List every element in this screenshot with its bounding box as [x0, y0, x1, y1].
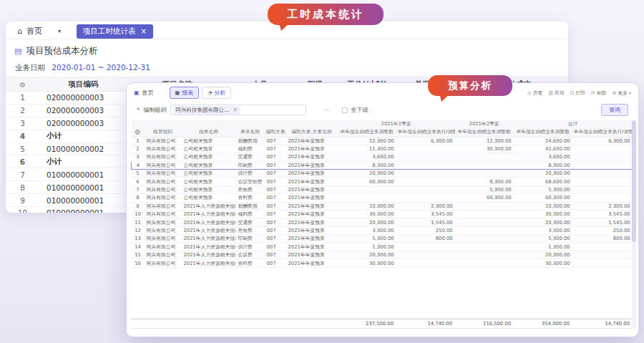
- budget-row[interactable]: 15 同兴有限公司 2021年人力资源相关报表 会议费 007 2021年年度预…: [132, 251, 633, 259]
- toolbar-item[interactable]: ◎ 查看: [527, 90, 545, 97]
- budget-row[interactable]: 7 同兴有限公司 公司相关预算 差旅费 007 2021年年度预算 5,300.…: [132, 185, 633, 193]
- q1-budget-cell: 8,300.00: [338, 161, 396, 169]
- q2-budget-cell: [455, 218, 514, 226]
- scheme-code-cell: 007: [265, 178, 286, 185]
- scheme-name-cell: 2021年年度预算: [286, 170, 338, 178]
- row-number: 7: [6, 168, 39, 181]
- total-exec-cell: 800.00: [572, 235, 633, 243]
- scheme-name-cell: 2021年年度预算: [286, 235, 338, 243]
- toolbar-item[interactable]: ⟳ 刷新: [591, 90, 608, 97]
- total-budget-cell: 1,300.00: [514, 243, 572, 251]
- org-select-input[interactable]: 同兴科技集团有限公… ×: [170, 105, 306, 115]
- row-number: 5: [6, 142, 39, 155]
- total-budget-cell: 24,600.00: [514, 137, 572, 145]
- org-cell: 同兴有限公司: [145, 226, 182, 234]
- close-icon[interactable]: ×: [141, 28, 147, 35]
- chevron-down-icon[interactable]: ▾: [58, 28, 61, 34]
- q1-exec-cell: [396, 243, 455, 251]
- row-number: 13: [132, 235, 145, 243]
- budget-row[interactable]: 14 同兴有限公司 2021年人力资源相关报表 设计费 007 2021年年度预…: [132, 243, 633, 251]
- report-cell: 2021年人力资源相关报表: [182, 259, 236, 267]
- col-q1-exec: 本年现金捐赠业务执行/调整: [396, 127, 455, 137]
- q1-budget-cell: 30,300.00: [338, 259, 396, 267]
- project-code-cell: 020000000003: [39, 92, 127, 105]
- q1-budget-cell: 10,300.00: [338, 202, 396, 210]
- date-range-value[interactable]: 2020-01-01 ~ 2020-12-31: [52, 63, 150, 72]
- row-number: 4: [132, 161, 145, 169]
- budget-row[interactable]: 12 同兴有限公司 2021年人力资源相关报表 差旅费 007 2021年年度预…: [132, 226, 633, 234]
- dialog-home-label: 首页: [142, 89, 154, 97]
- total-budget-cell: 60,300.00: [514, 194, 572, 202]
- q2-budget-cell: [455, 235, 514, 243]
- row-number: 6: [132, 178, 145, 185]
- dialog-tab[interactable]: ▦ 报表: [170, 87, 200, 99]
- required-mark: *: [137, 107, 140, 114]
- org-cell: 同兴有限公司: [145, 170, 182, 178]
- tab-home[interactable]: ⌂ 首页 ▾: [11, 26, 67, 37]
- vertical-scrollbar[interactable]: [632, 120, 636, 328]
- budget-row[interactable]: 5 同兴有限公司 公司相关预算 设计费 007 2021年年度预算 20,300…: [132, 170, 633, 178]
- budget-row[interactable]: 9 同兴有限公司 2021年人力资源相关报表 薪酬费用 007 2021年年度预…: [132, 202, 633, 210]
- budget-row[interactable]: 4 同兴有限公司 公司相关预算 印刷费 007 2021年年度预算 8,300.…: [132, 161, 633, 169]
- row-number: 9: [132, 202, 145, 210]
- budget-row[interactable]: 8 同兴有限公司 公司相关预算 资料费 007 2021年年度预算 60,300…: [132, 194, 633, 202]
- row-number: 2: [132, 145, 145, 153]
- total-exec-cell: 250.00: [572, 226, 633, 234]
- gear-icon[interactable]: ⚙: [19, 81, 26, 89]
- report-cell: 公司相关预算: [182, 161, 236, 169]
- budget-row[interactable]: 10 同兴有限公司 2021年人力资源相关报表 福利费 007 2021年年度预…: [132, 211, 633, 218]
- org-cell: 同兴有限公司: [145, 211, 182, 218]
- all-sub-checkbox[interactable]: [342, 107, 348, 113]
- row-number: 11: [132, 218, 145, 226]
- page-title: 项目预估成本分析: [26, 45, 97, 57]
- report-cell: 公司相关预算: [182, 145, 236, 153]
- q1-budget-cell: 3,300.00: [338, 226, 396, 234]
- callout-budget-analysis: 预算分析: [428, 75, 512, 96]
- q1-budget-cell: 5,300.00: [338, 235, 396, 243]
- q1-budget-cell: [338, 194, 396, 202]
- q1-exec-cell: [396, 170, 455, 178]
- dialog-tab[interactable]: ◔ 分析: [202, 87, 231, 99]
- org-cell: 同兴有限公司: [145, 145, 182, 153]
- budget-row[interactable]: 11 同兴有限公司 2021年人力资源相关报表 交通费 007 2021年年度预…: [132, 218, 633, 226]
- toolbar-item[interactable]: ▥ 布局: [548, 90, 565, 97]
- dialog-header: ▣ 首页 ▦ 报表 ◔ 分析 ◎ 查看 ▥ 布局: [127, 83, 638, 100]
- q2-budget-cell: 30,300.00: [455, 145, 514, 153]
- total-exec-cell: [572, 170, 633, 178]
- tab-worktime-report[interactable]: 项目工时统计表 ×: [77, 24, 153, 39]
- budget-row[interactable]: 6 同兴有限公司 公司相关预算 会议室租费 007 2021年年度预算 60,3…: [132, 178, 633, 185]
- q1-exec-cell: [396, 153, 455, 161]
- toolbar-icon: ◎: [527, 90, 532, 96]
- callout-worktime-cost: 工时成本统计: [268, 4, 384, 25]
- scheme-name-cell: 2021年年度预算: [286, 243, 338, 251]
- budget-row[interactable]: 16 同兴有限公司 2021年人力资源相关报表 资料费 007 2021年年度预…: [132, 259, 633, 267]
- form-cell: 会议费: [236, 251, 265, 259]
- dialog-home[interactable]: ▣ 首页: [134, 89, 154, 97]
- sub-header-row: ⚙ 核算组织 报表名称 表单名称 编制方案.代... 编制方案.方案名称 本年现…: [132, 127, 633, 137]
- scheme-code-cell: 007: [265, 153, 286, 161]
- toolbar-item[interactable]: ⊡ 打印: [570, 90, 587, 97]
- form-cell: 资料费: [236, 194, 265, 202]
- query-button[interactable]: 查询: [601, 104, 628, 116]
- totals-row: 237,500.00 14,740.00 116,500.00 354,000.…: [131, 319, 632, 329]
- scrollbar-thumb[interactable]: [632, 120, 636, 242]
- total-q1-budget: 237,500.00: [337, 319, 396, 329]
- budget-row[interactable]: 3 同兴有限公司 公司相关预算 交通费 007 2021年年度预算 3,600.…: [132, 153, 633, 161]
- toolbar-item[interactable]: ⊕ 更多 ▾: [613, 90, 631, 97]
- scheme-code-cell: 007: [265, 185, 286, 193]
- budget-row[interactable]: 2 同兴有限公司 公司相关预算 福利费 007 2021年年度预算 11,300…: [132, 145, 633, 153]
- total-budget-cell: 8,300.00: [514, 161, 572, 169]
- total-exec-cell: 2,300.00: [572, 202, 633, 210]
- report-cell: 公司相关预算: [182, 137, 236, 145]
- gear-icon[interactable]: ⚙: [135, 128, 141, 136]
- tag-close-icon[interactable]: ×: [233, 107, 238, 113]
- q1-exec-cell: 3,545.00: [396, 211, 455, 218]
- col-total-budget: 本年现金捐赠业务调整数: [514, 127, 572, 137]
- document-icon: ▤: [14, 47, 21, 56]
- budget-row[interactable]: 1 同兴有限公司 公司相关预算 薪酬费用 007 2021年年度预算 12,30…: [132, 137, 633, 145]
- row-number: 4: [6, 130, 39, 142]
- budget-row[interactable]: 13 同兴有限公司 2021年人力资源相关报表 印刷费 007 2021年年度预…: [132, 235, 633, 243]
- org-tag-label: 同兴科技集团有限公…: [176, 107, 230, 114]
- q1-exec-cell: [396, 251, 455, 259]
- scheme-code-cell: 007: [265, 194, 286, 202]
